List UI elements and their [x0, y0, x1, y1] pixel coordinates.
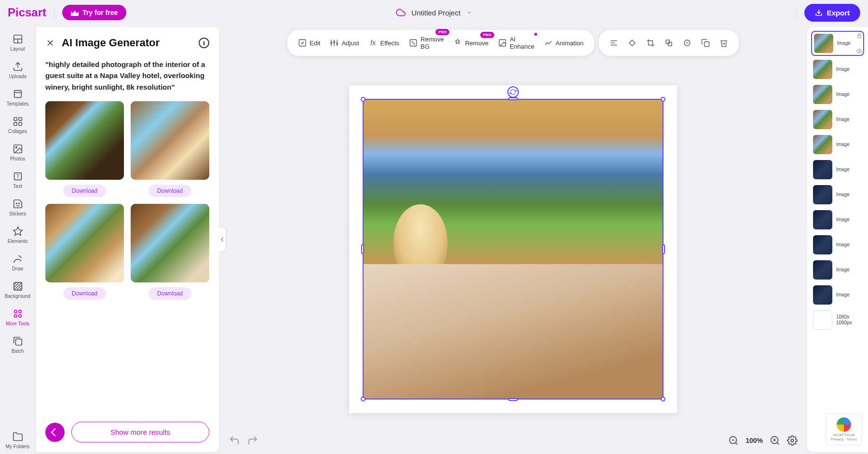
- result-image-1[interactable]: [45, 101, 124, 180]
- result-cell: Download: [131, 204, 209, 300]
- divider: [54, 7, 54, 18]
- resize-edge-right[interactable]: [662, 244, 665, 254]
- remove-bg-icon: [409, 39, 418, 47]
- tb-edit[interactable]: Edit: [294, 37, 324, 49]
- resize-edge-bottom[interactable]: [508, 398, 518, 401]
- download-button[interactable]: Download: [149, 185, 191, 197]
- export-button[interactable]: Export: [804, 4, 860, 22]
- photos-icon: [13, 144, 23, 154]
- resize-edge-top[interactable]: [508, 97, 518, 100]
- back-button[interactable]: [45, 423, 65, 442]
- tb-adjust[interactable]: Adjust: [326, 37, 363, 49]
- tb-label: AI Enhance: [510, 36, 534, 50]
- tb-effects[interactable]: fx Effects: [365, 37, 404, 49]
- tb-ai-enhance[interactable]: AI Enhance: [494, 34, 538, 52]
- layer-row[interactable]: Image: [811, 283, 864, 307]
- resize-handle-bl[interactable]: [361, 397, 366, 401]
- svg-line-42: [411, 41, 415, 45]
- result-image-3[interactable]: [45, 204, 124, 282]
- rail-my-folders[interactable]: My Folders: [0, 427, 35, 454]
- tb-label: Remove BG: [420, 36, 444, 50]
- result-image-2[interactable]: [131, 101, 209, 180]
- undo-button[interactable]: [229, 435, 240, 446]
- show-more-button[interactable]: Show more results: [71, 422, 209, 442]
- tb-duplicate[interactable]: [697, 36, 714, 50]
- rail-more-tools[interactable]: More Tools: [0, 304, 35, 331]
- tb-crop[interactable]: [642, 36, 659, 50]
- info-icon[interactable]: i: [199, 38, 209, 48]
- layer-row[interactable]: Image: [811, 258, 864, 281]
- tb-align[interactable]: [606, 36, 622, 50]
- rail-label: Text: [13, 184, 22, 189]
- layer-row[interactable]: Image: [811, 158, 864, 181]
- resize-edge-left[interactable]: [361, 244, 364, 254]
- rotate-handle[interactable]: [507, 86, 519, 98]
- rail-templates[interactable]: Templates: [0, 84, 35, 111]
- pro-badge: PRO: [435, 29, 449, 35]
- project-title-area[interactable]: Untitled Project: [396, 8, 472, 17]
- settings-button[interactable]: [787, 435, 798, 446]
- rail-draw[interactable]: Draw: [0, 249, 35, 276]
- tb-remove-bg[interactable]: PRO Remove BG: [405, 34, 448, 52]
- tb-remove[interactable]: PRO Remove: [449, 37, 492, 49]
- download-button[interactable]: Download: [63, 287, 106, 300]
- zoom-value[interactable]: 100%: [746, 437, 763, 444]
- redo-button[interactable]: [247, 435, 258, 446]
- rail-uploads[interactable]: Uploads: [0, 56, 35, 84]
- layer-thumb: [813, 60, 832, 79]
- canvas-layer-row[interactable]: 1080x 1080px: [811, 308, 864, 332]
- resize-handle-br[interactable]: [661, 397, 665, 401]
- rail-layout[interactable]: Layout: [0, 29, 35, 56]
- rail-photos[interactable]: Photos: [0, 139, 35, 166]
- layer-row[interactable]: Image: [811, 31, 864, 56]
- undo-redo-group: [229, 435, 258, 446]
- resize-handle-tr[interactable]: [661, 97, 665, 102]
- tb-layer-order[interactable]: [661, 36, 677, 50]
- svg-point-12: [15, 147, 17, 148]
- tb-animation[interactable]: Animation: [540, 37, 587, 49]
- layer-row[interactable]: Image: [811, 233, 864, 256]
- download-icon: [815, 9, 823, 16]
- layer-row[interactable]: Image: [811, 58, 864, 81]
- layer-label: Image: [837, 40, 851, 46]
- rail-text[interactable]: T Text: [0, 166, 35, 194]
- tb-tag[interactable]: [624, 36, 640, 50]
- layer-thumb: [813, 185, 832, 204]
- layer-label: Image: [836, 242, 850, 248]
- download-button[interactable]: Download: [149, 287, 191, 300]
- ai-enhance-icon: [498, 39, 507, 47]
- canvas-stage[interactable]: [219, 25, 807, 454]
- tb-delete[interactable]: [716, 36, 732, 50]
- panel-footer: Show more results: [45, 412, 209, 442]
- upload-icon: [13, 61, 23, 72]
- layer-row[interactable]: Image: [811, 133, 864, 156]
- svg-point-40: [337, 43, 338, 44]
- artboard[interactable]: [349, 85, 677, 413]
- rail-collages[interactable]: Collages: [0, 111, 35, 139]
- rail-elements[interactable]: Elements: [0, 221, 35, 249]
- zoom-in-button[interactable]: [770, 435, 780, 446]
- layer-row[interactable]: Image: [811, 108, 864, 131]
- rail-stickers[interactable]: Stickers: [0, 194, 35, 221]
- try-free-button[interactable]: Try for free: [62, 5, 126, 20]
- resize-handle-tl[interactable]: [361, 97, 366, 102]
- cloud-icon: [396, 8, 406, 17]
- top-right: Export: [796, 4, 860, 22]
- rail-batch[interactable]: Batch: [0, 331, 35, 359]
- layer-row[interactable]: Image: [811, 83, 864, 106]
- chevron-down-icon: [466, 10, 472, 15]
- selection-frame[interactable]: [363, 99, 664, 400]
- download-button[interactable]: Download: [63, 185, 106, 197]
- rail-background[interactable]: Background: [0, 276, 35, 304]
- zoom-out-button[interactable]: [728, 435, 739, 446]
- close-icon[interactable]: [45, 38, 55, 48]
- recaptcha-terms: Privacy · Terms: [831, 437, 857, 441]
- svg-line-22: [16, 285, 22, 290]
- result-image-4[interactable]: [131, 204, 209, 282]
- logo[interactable]: Picsart: [8, 6, 46, 19]
- layer-thumb: [813, 285, 832, 305]
- draw-icon: [13, 254, 23, 264]
- layer-row[interactable]: Image: [811, 208, 864, 231]
- tb-flip[interactable]: [679, 36, 695, 50]
- layer-row[interactable]: Image: [811, 183, 864, 206]
